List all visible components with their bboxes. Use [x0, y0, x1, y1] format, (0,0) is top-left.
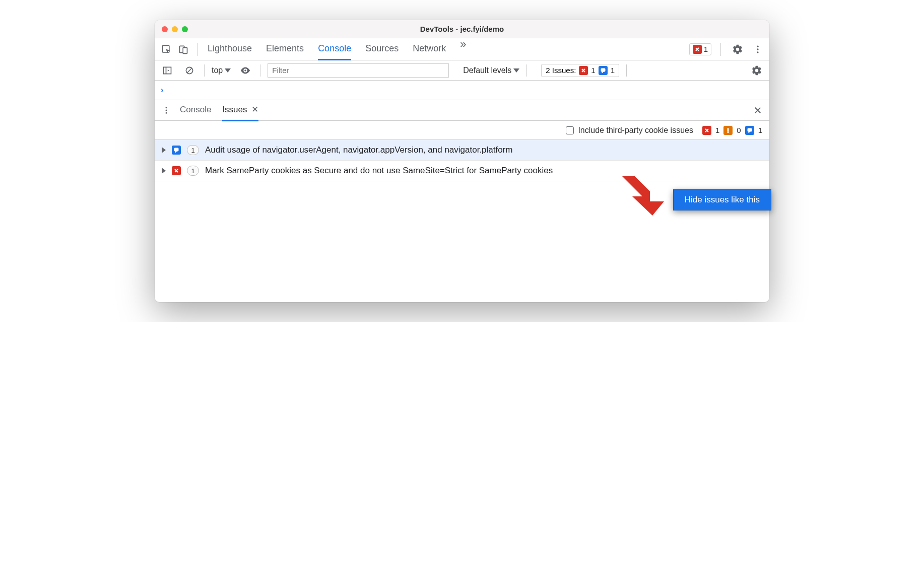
svg-rect-0: [163, 45, 169, 52]
include-third-party[interactable]: Include third-party cookie issues: [566, 126, 693, 135]
info-icon: [599, 66, 608, 75]
sidebar-toggle-icon[interactable]: [160, 63, 175, 78]
drawer-tab-label: Console: [180, 100, 211, 120]
tab-console[interactable]: Console: [318, 38, 351, 60]
drawer-header: Console Issues ✕: [155, 100, 769, 121]
svg-rect-6: [164, 67, 171, 74]
toolbar-divider: [526, 64, 527, 77]
window-titlebar: DevTools - jec.fyi/demo: [155, 20, 769, 38]
minimize-window-icon[interactable]: [172, 26, 178, 32]
close-tab-icon[interactable]: ✕: [251, 100, 258, 120]
error-icon: [702, 126, 711, 135]
issue-row[interactable]: 1 Mark SameParty cookies as Secure and d…: [155, 161, 769, 181]
issue-title: Mark SameParty cookies as Secure and do …: [205, 166, 762, 176]
svg-rect-14: [728, 128, 729, 131]
devtools-window: DevTools - jec.fyi/demo Lighthouse Eleme…: [155, 20, 769, 302]
settings-icon[interactable]: [730, 42, 745, 57]
issue-title: Audit usage of navigator.userAgent, navi…: [205, 145, 762, 155]
svg-point-11: [166, 107, 167, 108]
svg-point-13: [166, 112, 167, 114]
toolbar-divider: [204, 64, 205, 77]
console-prompt-icon: ›: [161, 86, 163, 95]
info-icon: [745, 126, 754, 135]
error-icon: [579, 66, 588, 75]
levels-label: Default levels: [463, 66, 511, 75]
warning-icon: [723, 126, 733, 135]
device-toolbar-icon[interactable]: [176, 42, 191, 57]
issues-info-count: 1: [611, 66, 615, 75]
svg-rect-16: [748, 128, 752, 131]
window-title: DevTools - jec.fyi/demo: [155, 25, 769, 33]
svg-point-5: [757, 51, 758, 53]
main-tabs: Lighthouse Elements Console Sources Netw…: [208, 38, 687, 60]
info-icon: [172, 146, 181, 155]
tabbar-right: 1: [689, 42, 765, 57]
chevron-down-icon: [225, 66, 231, 75]
checkbox-icon[interactable]: [566, 126, 574, 134]
svg-rect-2: [183, 47, 187, 53]
traffic-lights: [155, 26, 188, 32]
tabbar-divider: [720, 43, 721, 56]
maximize-window-icon[interactable]: [182, 26, 188, 32]
svg-point-4: [757, 48, 758, 50]
issues-indicator[interactable]: 2 Issues: 1 1: [541, 64, 619, 77]
tab-network[interactable]: Network: [413, 38, 446, 60]
issue-row[interactable]: 1 Audit usage of navigator.userAgent, na…: [155, 140, 769, 161]
inspect-element-icon[interactable]: [159, 42, 174, 57]
svg-rect-17: [174, 148, 178, 151]
drawer-tab-issues[interactable]: Issues ✕: [222, 100, 258, 121]
filter-input[interactable]: [268, 63, 449, 78]
expand-icon[interactable]: [162, 147, 166, 153]
error-count: 1: [715, 126, 719, 134]
context-menu-item-hide[interactable]: Hide issues like this: [673, 189, 771, 210]
more-tabs-icon[interactable]: »: [460, 38, 466, 60]
svg-point-3: [757, 45, 758, 47]
log-levels-selector[interactable]: Default levels: [463, 66, 519, 75]
drawer-kebab-icon[interactable]: [159, 103, 174, 118]
chevron-down-icon: [513, 66, 519, 75]
error-icon: [693, 45, 702, 54]
drawer-tab-label: Issues: [222, 100, 247, 120]
console-filter: [268, 63, 449, 78]
console-input-area[interactable]: ›: [155, 81, 769, 100]
toolbar-divider: [260, 64, 260, 77]
expand-icon[interactable]: [162, 168, 166, 174]
main-tabbar: Lighthouse Elements Console Sources Netw…: [155, 38, 769, 60]
clear-console-icon[interactable]: [182, 63, 197, 78]
svg-rect-10: [601, 68, 605, 72]
error-count: 1: [704, 45, 708, 53]
tab-lighthouse[interactable]: Lighthouse: [208, 38, 252, 60]
svg-line-9: [187, 68, 192, 73]
tabbar-error-badge[interactable]: 1: [689, 43, 711, 55]
context-label: top: [212, 66, 223, 75]
svg-rect-15: [728, 131, 729, 132]
svg-point-12: [166, 110, 167, 111]
context-selector[interactable]: top: [212, 66, 231, 75]
tabbar-divider: [197, 43, 197, 56]
drawer-tab-console[interactable]: Console: [180, 100, 211, 121]
issues-counts: 1 0 1: [702, 126, 762, 135]
warning-count: 0: [737, 126, 741, 134]
drawer-tabs: Console Issues ✕: [180, 100, 258, 121]
close-window-icon[interactable]: [162, 26, 168, 32]
issues-error-count: 1: [591, 66, 595, 75]
issues-label: 2 Issues:: [546, 66, 576, 75]
tab-elements[interactable]: Elements: [266, 38, 304, 60]
include-label: Include third-party cookie issues: [578, 126, 693, 135]
live-expression-icon[interactable]: [238, 63, 253, 78]
info-count: 1: [758, 126, 762, 134]
tab-sources[interactable]: Sources: [365, 38, 399, 60]
issue-count-pill: 1: [187, 166, 199, 176]
error-icon: [172, 166, 181, 175]
console-settings-icon[interactable]: [749, 63, 764, 78]
issues-toolbar: Include third-party cookie issues 1 0 1: [155, 121, 769, 140]
console-toolbar: top Default levels 2 Issues: 1 1: [155, 60, 769, 81]
kebab-menu-icon[interactable]: [750, 42, 765, 57]
toolbar-divider: [626, 64, 627, 77]
close-drawer-icon[interactable]: [750, 103, 765, 118]
issue-count-pill: 1: [187, 145, 199, 155]
